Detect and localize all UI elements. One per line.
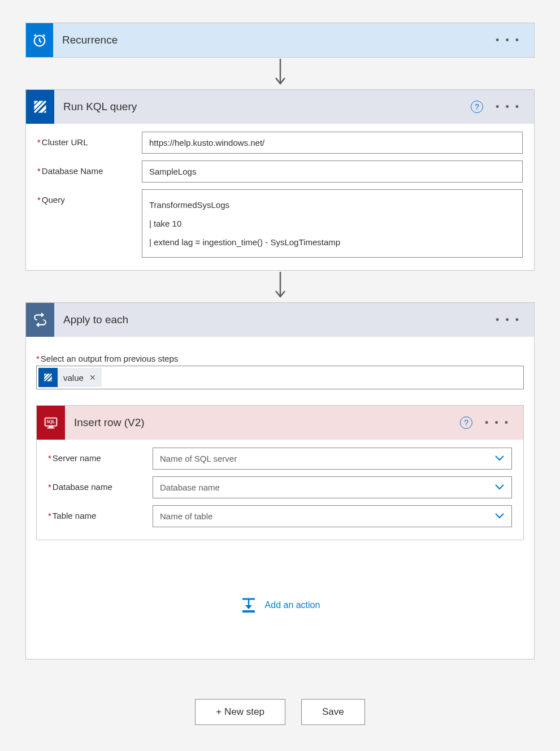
server-name-label: *Server name [48,448,153,463]
foreach-body: *Select an output from previous steps va… [26,337,534,659]
server-name-select[interactable]: Name of SQL server [153,448,512,470]
more-icon[interactable]: • • • [493,99,523,115]
connector-arrow [25,58,535,89]
chevron-down-icon [494,454,505,463]
sql-database-select[interactable]: Database name [153,476,512,498]
recurrence-header[interactable]: Recurrence • • • [26,23,534,57]
kusto-icon [38,368,58,387]
cluster-url-label: *Cluster URL [37,132,142,147]
table-name-select[interactable]: Name of table [153,505,512,527]
connector-arrow [25,271,535,302]
insert-row-card: SQL Insert row (V2) ? • • • *Server name… [36,405,524,540]
save-button[interactable]: Save [301,699,365,725]
kql-body: *Cluster URL *Database Name *Query Trans… [26,124,534,270]
svg-rect-4 [47,427,54,428]
new-step-button[interactable]: + New step [195,699,285,725]
foreach-output-input[interactable]: value ✕ [36,366,524,389]
token-label: value [58,373,89,383]
help-icon[interactable]: ? [460,416,472,429]
clock-icon [26,23,53,57]
svg-rect-3 [49,426,53,428]
add-action-button[interactable]: Add an action [36,540,524,648]
foreach-output-label: *Select an output from previous steps [36,354,524,363]
foreach-title: Apply to each [63,314,493,326]
kql-database-input[interactable] [142,160,523,183]
svg-text:SQL: SQL [46,419,55,424]
query-label: *Query [37,189,142,205]
sql-database-label: *Database name [48,476,153,492]
sql-icon: SQL [37,406,65,440]
cluster-url-input[interactable] [142,132,523,154]
add-action-icon [240,597,257,614]
insert-row-title: Insert row (V2) [74,416,460,429]
loop-icon [26,303,54,337]
add-action-label: Add an action [265,600,320,610]
insert-row-header[interactable]: SQL Insert row (V2) ? • • • [37,406,523,440]
foreach-card: Apply to each • • • *Select an output fr… [25,302,535,659]
help-icon[interactable]: ? [471,101,483,113]
kql-title: Run KQL query [63,101,471,113]
bottom-toolbar: + New step Save [25,659,535,725]
foreach-header[interactable]: Apply to each • • • [26,303,534,337]
kql-card: Run KQL query ? • • • *Cluster URL *Data… [25,89,535,271]
recurrence-title: Recurrence [62,34,493,46]
kql-header[interactable]: Run KQL query ? • • • [26,90,534,124]
kusto-icon [26,90,54,124]
more-icon[interactable]: • • • [493,32,523,49]
value-token: value ✕ [38,368,102,387]
table-name-label: *Table name [48,505,153,520]
query-input[interactable]: TransformedSysLogs | take 10 | extend la… [142,189,523,258]
more-icon[interactable]: • • • [483,415,512,431]
chevron-down-icon [494,511,505,521]
kql-database-label: *Database Name [37,160,142,176]
insert-row-body: *Server name Name of SQL server *Databas… [37,440,523,540]
recurrence-card: Recurrence • • • [25,23,535,58]
remove-token-icon[interactable]: ✕ [89,373,102,382]
chevron-down-icon [494,483,505,492]
more-icon[interactable]: • • • [493,312,523,328]
